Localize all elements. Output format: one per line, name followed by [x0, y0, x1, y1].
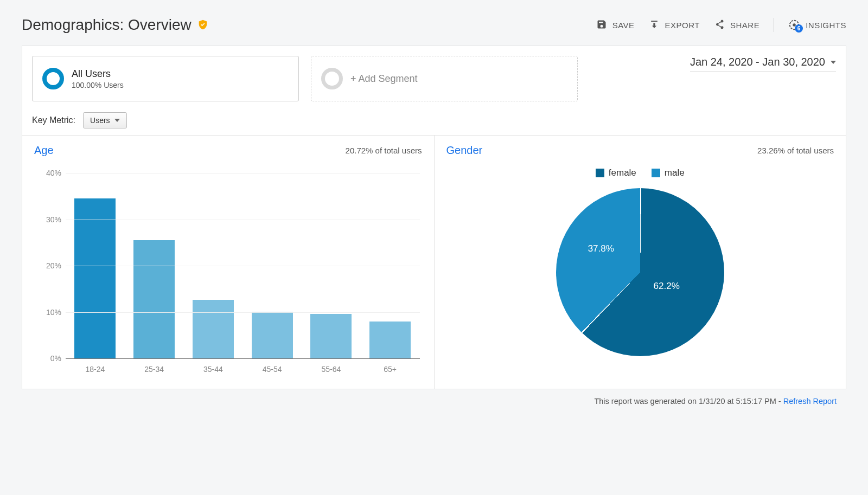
insights-icon: 6: [788, 19, 800, 31]
x-tick-label: 25-34: [125, 365, 184, 374]
age-title-link[interactable]: Age: [34, 144, 54, 157]
chevron-down-icon: [831, 61, 836, 64]
x-tick-label: 45-54: [242, 365, 302, 374]
refresh-report-link[interactable]: Refresh Report: [783, 397, 837, 406]
age-bar: [369, 322, 411, 358]
add-segment-label: + Add Segment: [350, 73, 418, 85]
save-icon: [596, 19, 607, 31]
x-tick-label: 55-64: [302, 365, 361, 374]
report-footer: This report was generated on 1/31/20 at …: [22, 389, 846, 406]
footer-text: This report was generated on 1/31/20 at …: [594, 397, 783, 406]
x-tick-label: 18-24: [66, 365, 125, 374]
age-bar: [310, 314, 352, 358]
age-bar: [74, 198, 116, 358]
key-metric-value: Users: [90, 116, 110, 125]
action-divider: [774, 18, 774, 32]
share-label: SHARE: [730, 21, 760, 30]
gender-pie-chart: 62.2% 37.8%: [556, 188, 724, 356]
segment-all-users[interactable]: All Users 100.00% Users: [32, 56, 299, 101]
date-range-picker[interactable]: Jan 24, 2020 - Jan 30, 2020: [690, 56, 836, 72]
export-button[interactable]: EXPORT: [649, 19, 700, 31]
save-button[interactable]: SAVE: [596, 19, 635, 31]
age-card: Age 20.72% of total users 18-2425-3435-4…: [22, 136, 435, 389]
insights-label: INSIGHTS: [806, 21, 846, 30]
save-label: SAVE: [612, 21, 635, 30]
x-tick-label: 35-44: [184, 365, 243, 374]
x-tick-label: 65+: [361, 365, 420, 374]
y-tick-label: 40%: [34, 169, 61, 177]
legend-female-label: female: [609, 168, 636, 178]
age-subtitle: 20.72% of total users: [346, 146, 422, 155]
export-label: EXPORT: [665, 21, 700, 30]
segment-sub: 100.00% Users: [72, 81, 124, 89]
add-segment-button[interactable]: + Add Segment: [311, 56, 578, 101]
segment-circle-icon: [42, 68, 64, 89]
page-title: Demographics: Overview: [22, 16, 192, 34]
gender-subtitle: 23.26% of total users: [757, 146, 834, 155]
y-tick-label: 0%: [34, 354, 61, 363]
insights-button[interactable]: 6 INSIGHTS: [788, 19, 846, 31]
segment-title: All Users: [72, 68, 124, 80]
gender-title-link[interactable]: Gender: [446, 144, 483, 157]
gender-legend: female male: [596, 168, 685, 178]
legend-male: male: [652, 168, 685, 178]
verified-shield-icon: [197, 19, 209, 31]
gender-card: Gender 23.26% of total users female male…: [435, 136, 846, 389]
y-tick-label: 30%: [34, 215, 61, 224]
share-icon: [714, 19, 725, 31]
insights-badge: 6: [795, 24, 803, 33]
segment-circle-placeholder-icon: [321, 68, 343, 89]
age-bar: [252, 312, 293, 358]
age-bar: [133, 240, 175, 358]
y-tick-label: 10%: [34, 308, 61, 317]
age-bar: [193, 300, 234, 358]
key-metric-select[interactable]: Users: [83, 112, 127, 128]
export-icon: [649, 19, 660, 31]
y-tick-label: 20%: [34, 261, 61, 270]
share-button[interactable]: SHARE: [714, 19, 760, 31]
legend-female: female: [596, 168, 636, 178]
date-range-label: Jan 24, 2020 - Jan 30, 2020: [690, 56, 825, 68]
legend-male-label: male: [665, 168, 685, 178]
swatch-male: [652, 169, 660, 177]
chevron-down-icon: [114, 119, 120, 122]
age-bar-chart: 18-2425-3435-4445-5455-6465+ 0%10%20%30%…: [34, 168, 422, 374]
key-metric-label: Key Metric:: [32, 115, 75, 125]
swatch-female: [596, 169, 604, 177]
